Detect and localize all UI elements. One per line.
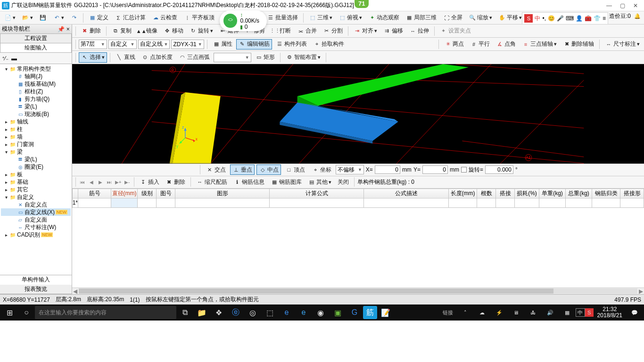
- tree-item[interactable]: ✕自定义点: [1, 201, 71, 208]
- merge-button[interactable]: ⫘合并: [295, 26, 319, 36]
- tree-item[interactable]: ↔尺寸标注(W): [1, 223, 71, 231]
- grid-cell[interactable]: [592, 198, 620, 207]
- tab-project-settings[interactable]: 工程设置: [0, 34, 72, 43]
- col-header[interactable]: 总重(kg): [566, 189, 592, 198]
- new-button[interactable]: 📄▾: [2, 13, 18, 23]
- fullscreen-button[interactable]: ⛶全屏: [440, 13, 465, 23]
- nav-last[interactable]: ⏭: [106, 178, 113, 186]
- tree-item[interactable]: ▾📁自定义: [1, 193, 71, 201]
- ime-item[interactable]: ⌨: [566, 15, 574, 22]
- tree-item[interactable]: ▭现浇板(B): [1, 110, 71, 118]
- col-header[interactable]: 计算公式: [270, 189, 364, 198]
- ime-item[interactable]: 中: [535, 15, 540, 23]
- app-icon-7[interactable]: 📝: [377, 304, 394, 321]
- app-icon-2[interactable]: ◎: [244, 304, 261, 321]
- define-button[interactable]: ▦定义: [86, 13, 111, 23]
- ime-toolbar[interactable]: S 中 •, 😊 🎤 ⌨ 👤 🧰 👕 ≡: [522, 12, 608, 25]
- tree-item[interactable]: ▾📁梁: [1, 148, 71, 156]
- ime-item[interactable]: •,: [542, 15, 546, 22]
- save-button[interactable]: 💾: [37, 13, 49, 23]
- chrome-icon[interactable]: ◉: [312, 304, 329, 321]
- grid-cell[interactable]: [111, 198, 138, 207]
- grid-cell[interactable]: [157, 198, 175, 207]
- other-button[interactable]: ▤其他▾: [305, 177, 334, 187]
- nav-next[interactable]: ▶: [97, 178, 104, 186]
- tab-report[interactable]: 报表预览: [0, 285, 72, 294]
- sum-button[interactable]: Σ汇总计算: [112, 13, 148, 23]
- align-top-button[interactable]: ᎒平齐板顶: [181, 13, 217, 23]
- tree-item[interactable]: ▸📁墙: [1, 133, 71, 140]
- taskbar-clock[interactable]: 21:322018/8/21: [594, 306, 626, 319]
- tray-icon[interactable]: ▦: [559, 304, 576, 321]
- col-header[interactable]: 公式描述: [364, 189, 449, 198]
- app-icon-4[interactable]: ▣: [329, 304, 346, 321]
- tray-icon[interactable]: 🖥: [508, 304, 525, 321]
- rect-tool[interactable]: ▭矩形: [253, 52, 277, 63]
- edge2-icon[interactable]: e: [278, 304, 295, 321]
- maximize-button[interactable]: ▢: [616, 1, 629, 10]
- col-header[interactable]: 根数: [477, 189, 496, 198]
- close-button[interactable]: ✕: [629, 1, 642, 10]
- line-tool[interactable]: ╲直线: [113, 52, 138, 63]
- col-header[interactable]: 单重(kg): [539, 189, 566, 198]
- grid-cell[interactable]: [515, 198, 539, 207]
- grid-cell[interactable]: [138, 198, 157, 207]
- rebar-lib-button[interactable]: ▦钢筋图库: [268, 177, 304, 187]
- cortana-icon[interactable]: ○: [18, 304, 35, 321]
- offset-combo[interactable]: 不偏移▼: [336, 165, 364, 174]
- tree-item[interactable]: ▯框柱(Z): [1, 88, 71, 95]
- tree-item[interactable]: ▸📁板: [1, 171, 71, 178]
- minimize-button[interactable]: —: [603, 1, 616, 10]
- pin-icon[interactable]: 📌: [58, 26, 65, 33]
- redo-button[interactable]: ↷: [68, 13, 80, 23]
- delete-axis-button[interactable]: ✖删除辅轴: [561, 39, 596, 49]
- app-icon-1[interactable]: ❖: [210, 304, 227, 321]
- customline-combo[interactable]: 自定义线▼: [138, 40, 170, 49]
- close-grid-button[interactable]: 关闭: [335, 177, 351, 187]
- taskbar-search[interactable]: 在这里输入你要搜索的内容: [35, 306, 176, 319]
- move-button[interactable]: ✥移动: [161, 26, 186, 36]
- tree-item[interactable]: 〓梁(L): [1, 156, 71, 163]
- point-length-tool[interactable]: ⊙点加长度: [139, 52, 175, 63]
- rotate-check[interactable]: [461, 167, 467, 173]
- snap-vertex[interactable]: □顶点: [283, 165, 307, 175]
- layer-combo[interactable]: 第7层▼: [79, 40, 107, 49]
- snap-intersect[interactable]: ✕交点: [204, 165, 228, 175]
- tree-item[interactable]: ▭自定义线(X)NEW: [1, 208, 71, 216]
- break-button[interactable]: ⋮⋮打断: [269, 26, 293, 36]
- component-tree[interactable]: ▾📁常用构件类型#轴网(J)▦筏板基础(M)▯框柱(Z)▮剪力墙(Q)〓梁(L)…: [0, 64, 72, 275]
- smart-layout-button[interactable]: ⚙智能布置▾: [283, 52, 323, 63]
- viewport-3d[interactable]: 0 A1 x y: [72, 64, 644, 164]
- undo-button[interactable]: ↶▾: [50, 13, 66, 23]
- score-badge[interactable]: 71: [355, 0, 369, 8]
- network-overlay[interactable]: ⌔ ↕ 0.00K/s ▮ 0: [220, 10, 267, 31]
- collapse-icon[interactable]: ▬: [11, 55, 17, 62]
- col-header[interactable]: 搭接形: [620, 189, 644, 198]
- ime-item[interactable]: 🎤: [557, 15, 564, 22]
- code-combo[interactable]: ZDYX-31▼: [171, 40, 204, 49]
- parallel-button[interactable]: #平行: [468, 39, 492, 49]
- stretch-button[interactable]: ↔拉伸: [407, 26, 431, 36]
- snap-perp[interactable]: ⊥垂点: [230, 165, 255, 175]
- tree-item[interactable]: ▦筏板基础(M): [1, 80, 71, 88]
- col-header[interactable]: 筋号: [78, 189, 111, 198]
- tray-net-icon[interactable]: 🖧: [525, 304, 542, 321]
- snap-coord[interactable]: ⌖坐标: [309, 165, 334, 175]
- ime-item[interactable]: 😊: [548, 15, 555, 22]
- cloud-check-button[interactable]: ☁云检查: [149, 13, 180, 23]
- row-header[interactable]: 1*: [72, 198, 78, 207]
- arc-tool[interactable]: ◠三点画弧: [176, 52, 212, 63]
- tree-item[interactable]: 〓梁(L): [1, 103, 71, 110]
- tab-draw-input[interactable]: 绘图输入: [0, 43, 72, 53]
- custom-combo[interactable]: 自定义▼: [108, 40, 137, 49]
- component-list-button[interactable]: ☰构件列表: [273, 39, 309, 49]
- tree-item[interactable]: ▾📁常用构件类型: [1, 65, 71, 73]
- col-header[interactable]: 损耗(%): [515, 189, 539, 198]
- dimension-button[interactable]: ↔尺寸标注▾: [603, 39, 642, 49]
- grid-cell[interactable]: [364, 198, 449, 207]
- tray-icon[interactable]: ☁: [474, 304, 491, 321]
- col-header[interactable]: 图形: [175, 189, 270, 198]
- local-3d-button[interactable]: ▦局部三维: [403, 13, 439, 23]
- col-header[interactable]: 直径(mm): [111, 189, 138, 198]
- ime-indicator[interactable]: 中: [576, 308, 585, 317]
